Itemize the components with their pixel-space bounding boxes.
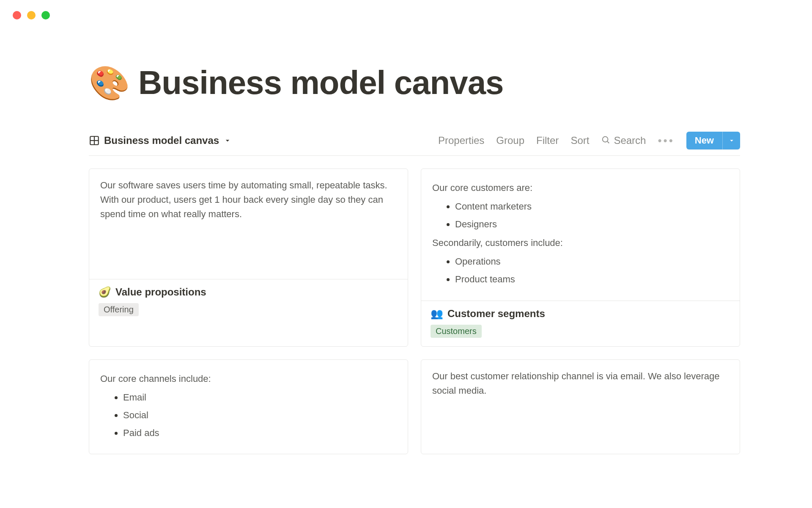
card-title-text: Customer segments [447, 308, 545, 320]
card-body: Our core channels include: Email Social … [89, 360, 408, 454]
database-toolbar: Business model canvas Properties Group F… [89, 132, 740, 156]
more-options-button[interactable]: ••• [658, 134, 674, 147]
chevron-down-icon [223, 136, 232, 145]
svg-point-3 [603, 137, 608, 142]
search-label: Search [614, 135, 646, 146]
page-title[interactable]: Business model canvas [138, 64, 503, 102]
properties-button[interactable]: Properties [438, 135, 484, 146]
view-name: Business model canvas [104, 135, 219, 146]
list-item: Designers [455, 215, 729, 233]
search-button[interactable]: Search [601, 135, 646, 146]
card-lead: Our core channels include: [100, 372, 397, 386]
board-view-icon [89, 135, 100, 146]
window-zoom-icon[interactable] [41, 11, 50, 19]
secondary-customers-list: Operations Product teams [432, 253, 729, 288]
new-button[interactable]: New [686, 132, 722, 149]
board-grid: Our software saves users time by automat… [89, 168, 740, 454]
card-channels[interactable]: Our core channels include: Email Social … [89, 359, 408, 454]
filter-button[interactable]: Filter [536, 135, 559, 146]
list-item: Social [123, 406, 397, 424]
group-button[interactable]: Group [496, 135, 524, 146]
card-body: Our best customer relationship channel i… [421, 360, 740, 407]
card-customer-segments[interactable]: Our core customers are: Content marketer… [421, 168, 740, 347]
tag-customers: Customers [431, 325, 482, 338]
sort-button[interactable]: Sort [571, 135, 589, 146]
avocado-icon: 🥑 [99, 286, 111, 298]
chevron-down-icon [728, 137, 735, 144]
list-item: Content marketers [455, 198, 729, 215]
card-value-propositions[interactable]: Our software saves users time by automat… [89, 168, 408, 347]
card-lead: Our core customers are: [432, 181, 729, 195]
card-customer-relationships[interactable]: Our best customer relationship channel i… [421, 359, 740, 454]
card-secondary-lead: Secondarily, customers include: [432, 236, 729, 250]
new-button-dropdown[interactable] [722, 132, 740, 149]
new-button-group: New [686, 132, 740, 149]
core-customers-list: Content marketers Designers [432, 198, 729, 233]
card-body: Our software saves users time by automat… [89, 169, 408, 279]
list-item: Email [123, 389, 397, 406]
window-close-icon[interactable] [13, 11, 21, 19]
list-item: Paid ads [123, 424, 397, 442]
page-header: 🎨 Business model canvas [89, 64, 740, 102]
card-text: Our software saves users time by automat… [100, 178, 397, 221]
page-icon[interactable]: 🎨 [89, 66, 130, 99]
view-switcher[interactable]: Business model canvas [89, 135, 232, 146]
window-traffic-lights [13, 11, 50, 19]
people-icon: 👥 [431, 308, 443, 320]
card-footer: 👥 Customer segments Customers [421, 301, 740, 346]
svg-line-4 [608, 141, 609, 143]
card-text: Our best customer relationship channel i… [432, 369, 729, 398]
card-footer: 🥑 Value propositions Offering [89, 279, 408, 325]
list-item: Operations [455, 253, 729, 271]
search-icon [601, 135, 610, 146]
channels-list: Email Social Paid ads [100, 389, 397, 442]
list-item: Product teams [455, 271, 729, 288]
card-body: Our core customers are: Content marketer… [421, 169, 740, 301]
tag-offering: Offering [99, 303, 139, 316]
window-minimize-icon[interactable] [27, 11, 36, 19]
card-title-text: Value propositions [115, 286, 206, 298]
